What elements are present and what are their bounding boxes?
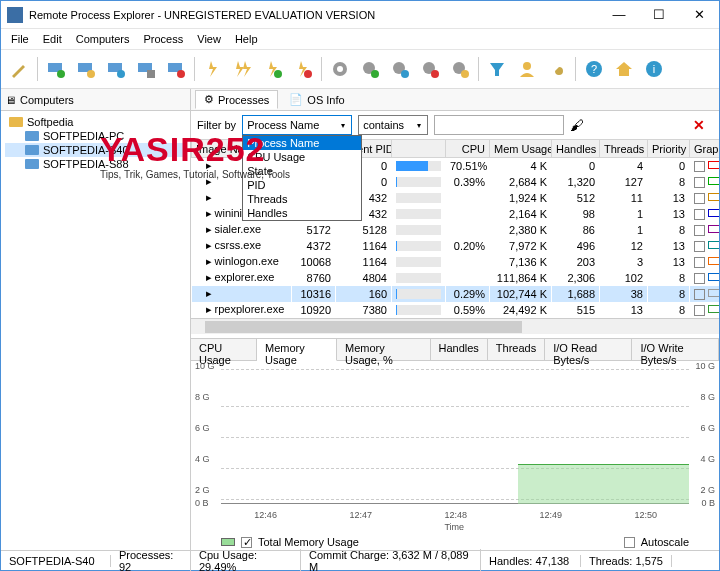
toolbar: ? i [1, 49, 719, 89]
page-icon: 📄 [289, 93, 303, 106]
gear-icon: ⚙ [204, 93, 214, 106]
computer-add-icon[interactable] [42, 55, 70, 83]
user-icon[interactable] [513, 55, 541, 83]
chart-tab-active[interactable]: Memory Usage [257, 339, 337, 361]
chart-tab[interactable]: I/O Read Bytes/s [545, 339, 632, 360]
dropdown-option[interactable]: CPU Usage [243, 150, 361, 164]
close-button[interactable]: ✕ [679, 1, 719, 29]
svg-point-10 [274, 70, 282, 78]
status-commit: Commit Charge: 3,632 M / 8,089 M [301, 549, 481, 572]
status-cpu: Cpu Usage: 29.49% [191, 549, 301, 572]
gear-add-icon[interactable] [356, 55, 384, 83]
svg-point-22 [523, 62, 531, 70]
dropdown-option[interactable]: Handles [243, 206, 361, 220]
svg-point-13 [337, 66, 343, 72]
titlebar: Remote Process Explorer - UNREGISTERED E… [1, 1, 719, 29]
legend-swatch [221, 538, 235, 546]
table-row[interactable]: ▸ explorer.exe87604804111,864 K2,3061028 [192, 270, 720, 286]
chart-tab[interactable]: Memory Usage, % [337, 339, 430, 360]
tree-root[interactable]: Softpedia [5, 115, 186, 129]
help-icon[interactable]: ? [580, 55, 608, 83]
menu-file[interactable]: File [5, 31, 35, 47]
autoscale-label: Autoscale [641, 536, 689, 548]
tree-item[interactable]: SOFTPEDIA-PC [5, 129, 186, 143]
chart-tabs: CPU Usage Memory Usage Memory Usage, % H… [191, 339, 719, 361]
gear-remove-icon[interactable] [416, 55, 444, 83]
computer-remove-icon[interactable] [162, 55, 190, 83]
table-row[interactable]: ▸ 103161600.29%102,744 K1,688388 [192, 286, 720, 302]
computers-header: Computers [20, 94, 74, 106]
bolt-icon[interactable] [199, 55, 227, 83]
computers-icon: 🖥 [5, 94, 16, 106]
menu-help[interactable]: Help [229, 31, 264, 47]
dropdown-option[interactable]: State [243, 164, 361, 178]
bolt-add-icon[interactable] [259, 55, 287, 83]
chevron-down-icon: ▾ [337, 121, 349, 130]
filter-op-combo[interactable]: contains▾ [358, 115, 428, 135]
gear-icon[interactable] [326, 55, 354, 83]
chart-tab[interactable]: I/O Write Bytes/s [632, 339, 719, 360]
filter-clear-button[interactable]: ✕ [685, 117, 713, 133]
svg-point-9 [177, 70, 185, 78]
minimize-button[interactable]: — [599, 1, 639, 29]
autoscale-checkbox[interactable] [624, 537, 635, 548]
computer-copy-icon[interactable] [132, 55, 160, 83]
filter-label: Filter by [197, 119, 236, 131]
svg-rect-7 [147, 70, 155, 78]
filter-field-combo[interactable]: Process Name▾ Process Name CPU Usage Sta… [242, 115, 352, 135]
tree-item[interactable]: SOFTPEDIA-S88 [5, 157, 186, 171]
svg-text:?: ? [591, 63, 597, 75]
info-icon[interactable]: i [640, 55, 668, 83]
filter-dropdown[interactable]: Process Name CPU Usage State PID Threads… [242, 135, 362, 221]
table-row[interactable]: ▸ csrss.exe437211640.20%7,972 K4961213 [192, 238, 720, 254]
bolt-group-icon[interactable] [229, 55, 257, 83]
dropdown-option[interactable]: PID [243, 178, 361, 192]
chart-tab[interactable]: Handles [431, 339, 488, 360]
svg-point-5 [117, 70, 125, 78]
menu-process[interactable]: Process [138, 31, 190, 47]
svg-point-11 [304, 70, 312, 78]
tab-osinfo[interactable]: 📄OS Info [280, 90, 353, 109]
computers-tree[interactable]: Softpedia SOFTPEDIA-PC SOFTPEDIA-S40 SOF… [1, 111, 190, 550]
table-row[interactable]: ▸ sialer.exe517251282,380 K8618 [192, 222, 720, 238]
svg-point-21 [461, 70, 469, 78]
status-processes: Processes: 92 [111, 549, 191, 572]
svg-text:i: i [653, 63, 655, 75]
svg-point-19 [431, 70, 439, 78]
tree-item-selected[interactable]: SOFTPEDIA-S40 [5, 143, 186, 157]
legend-checkbox[interactable]: ✓ [241, 537, 252, 548]
status-host: SOFTPEDIA-S40 [1, 555, 111, 567]
svg-point-3 [87, 70, 95, 78]
menu-view[interactable]: View [191, 31, 227, 47]
dropdown-option[interactable]: Threads [243, 192, 361, 206]
menu-edit[interactable]: Edit [37, 31, 68, 47]
memory-chart: 10 G 8 G 6 G 4 G 2 G 0 B 10 G 8 G 6 G 4 … [191, 361, 719, 535]
filter-input[interactable] [434, 115, 564, 135]
app-icon [7, 7, 23, 23]
chevron-down-icon: ▾ [413, 121, 425, 130]
maximize-button[interactable]: ☐ [639, 1, 679, 29]
filter-icon[interactable] [483, 55, 511, 83]
horizontal-scrollbar[interactable] [191, 318, 719, 334]
computer-refresh-icon[interactable] [102, 55, 130, 83]
bolt-remove-icon[interactable] [289, 55, 317, 83]
menu-computers[interactable]: Computers [70, 31, 136, 47]
gear-refresh-icon[interactable] [386, 55, 414, 83]
computer-edit-icon[interactable] [72, 55, 100, 83]
legend-label: Total Memory Usage [258, 536, 359, 548]
status-threads: Threads: 1,575 [581, 555, 672, 567]
menubar: File Edit Computers Process View Help [1, 29, 719, 49]
wrench-icon[interactable] [543, 55, 571, 83]
table-row[interactable]: ▸ winlogon.exe1006811647,136 K203313 [192, 254, 720, 270]
home-icon[interactable] [610, 55, 638, 83]
svg-point-17 [401, 70, 409, 78]
window-title: Remote Process Explorer - UNREGISTERED E… [29, 9, 599, 21]
wand-icon[interactable] [5, 55, 33, 83]
chart-tab[interactable]: CPU Usage [191, 339, 257, 360]
tab-processes[interactable]: ⚙Processes [195, 90, 278, 109]
brush-icon[interactable]: 🖌 [570, 117, 584, 133]
gear-search-icon[interactable] [446, 55, 474, 83]
dropdown-option[interactable]: Process Name [243, 136, 361, 150]
table-row[interactable]: ▸ rpexplorer.exe1092073800.59%24,492 K51… [192, 302, 720, 318]
chart-tab[interactable]: Threads [488, 339, 545, 360]
